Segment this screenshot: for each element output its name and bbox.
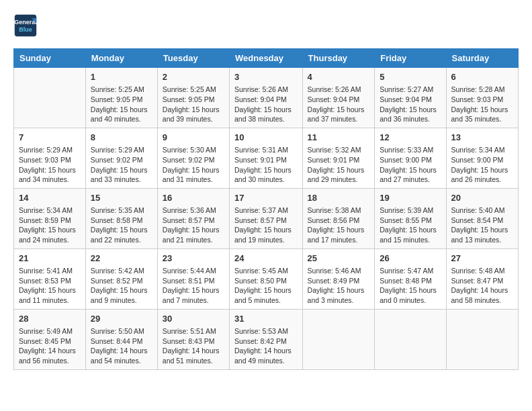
day-number: 2 xyxy=(163,71,224,83)
day-info-line: Daylight: 14 hours xyxy=(234,346,298,356)
day-info-line: Sunrise: 5:42 AM xyxy=(91,266,152,276)
day-cell: 19Sunrise: 5:39 AMSunset: 8:55 PMDayligh… xyxy=(375,188,446,248)
day-info-line: and 29 minutes. xyxy=(308,175,370,185)
day-number: 24 xyxy=(234,253,298,265)
day-info-line: Daylight: 15 hours xyxy=(380,105,441,115)
header-cell-tuesday: Tuesday xyxy=(157,49,229,68)
calendar-header: SundayMondayTuesdayWednesdayThursdayFrid… xyxy=(14,49,519,68)
day-cell: 28Sunrise: 5:49 AMSunset: 8:45 PMDayligh… xyxy=(14,309,86,369)
day-info-line: Sunrise: 5:34 AM xyxy=(451,145,513,155)
day-info-line: Sunset: 9:00 PM xyxy=(380,155,441,165)
day-cell: 26Sunrise: 5:47 AMSunset: 8:48 PMDayligh… xyxy=(375,248,446,309)
day-info-line: and 35 minutes. xyxy=(451,114,513,124)
day-info-line: Sunrise: 5:40 AM xyxy=(451,205,513,216)
day-info-line: Daylight: 14 hours xyxy=(451,285,513,295)
day-cell xyxy=(446,309,518,369)
day-number: 3 xyxy=(234,71,298,83)
day-number: 27 xyxy=(451,253,513,265)
day-info-line: Daylight: 15 hours xyxy=(163,225,224,235)
day-info-line: and 3 minutes. xyxy=(308,295,370,306)
header-row: SundayMondayTuesdayWednesdayThursdayFrid… xyxy=(14,49,519,68)
day-cell: 10Sunrise: 5:31 AMSunset: 9:01 PMDayligh… xyxy=(230,128,303,188)
day-info-line: Daylight: 15 hours xyxy=(234,165,298,175)
day-info-line: Sunset: 9:01 PM xyxy=(234,155,298,165)
day-number: 23 xyxy=(163,253,224,265)
day-info-line: Daylight: 15 hours xyxy=(380,165,441,175)
day-info-line: and 39 minutes. xyxy=(163,114,224,124)
day-number: 26 xyxy=(380,253,441,265)
day-cell: 24Sunrise: 5:45 AMSunset: 8:50 PMDayligh… xyxy=(230,248,303,309)
day-cell: 16Sunrise: 5:36 AMSunset: 8:57 PMDayligh… xyxy=(157,188,229,248)
day-cell: 30Sunrise: 5:51 AMSunset: 8:43 PMDayligh… xyxy=(157,309,229,369)
day-info-line: Sunset: 9:03 PM xyxy=(451,95,513,105)
day-cell: 2Sunrise: 5:25 AMSunset: 9:05 PMDaylight… xyxy=(157,68,229,128)
calendar-body: 1Sunrise: 5:25 AMSunset: 9:05 PMDaylight… xyxy=(14,68,519,370)
day-info-line: and 9 minutes. xyxy=(91,295,152,306)
day-info-line: Sunset: 9:01 PM xyxy=(308,155,370,165)
day-info-line: Sunset: 8:54 PM xyxy=(451,216,513,226)
day-info-line: Sunset: 8:43 PM xyxy=(163,336,224,347)
day-info-line: Sunrise: 5:35 AM xyxy=(91,205,152,216)
day-info-line: and 37 minutes. xyxy=(308,114,370,124)
day-number: 8 xyxy=(91,132,152,144)
day-info-line: Sunrise: 5:49 AM xyxy=(19,326,81,336)
day-info-line: Sunset: 8:48 PM xyxy=(380,276,441,286)
day-info-line: and 31 minutes. xyxy=(163,175,224,185)
day-info-line: and 40 minutes. xyxy=(91,114,152,124)
day-info-line: Sunrise: 5:44 AM xyxy=(163,266,224,276)
day-info-line: Daylight: 15 hours xyxy=(19,165,81,175)
day-number: 18 xyxy=(308,192,370,204)
header-cell-sunday: Sunday xyxy=(14,49,86,68)
day-cell xyxy=(14,68,86,128)
day-info-line: Daylight: 15 hours xyxy=(19,225,81,235)
day-info-line: Daylight: 15 hours xyxy=(308,105,370,115)
header-cell-saturday: Saturday xyxy=(446,49,518,68)
day-info-line: Sunrise: 5:29 AM xyxy=(19,145,81,155)
day-cell: 3Sunrise: 5:26 AMSunset: 9:04 PMDaylight… xyxy=(230,68,303,128)
day-cell xyxy=(302,309,375,369)
header-cell-wednesday: Wednesday xyxy=(230,49,303,68)
day-info-line: and 49 minutes. xyxy=(234,356,298,366)
day-number: 12 xyxy=(380,132,441,144)
day-info-line: Daylight: 15 hours xyxy=(234,225,298,235)
day-info-line: Sunrise: 5:45 AM xyxy=(234,266,298,276)
day-info-line: Sunrise: 5:36 AM xyxy=(163,205,224,216)
day-info-line: Sunrise: 5:31 AM xyxy=(234,145,298,155)
day-info-line: Sunset: 8:47 PM xyxy=(451,276,513,286)
day-info-line: Daylight: 15 hours xyxy=(380,225,441,235)
day-number: 14 xyxy=(19,192,81,204)
day-info-line: Daylight: 15 hours xyxy=(451,105,513,115)
day-info-line: Sunset: 8:59 PM xyxy=(19,216,81,226)
day-info-line: and 7 minutes. xyxy=(163,295,224,306)
calendar-table: SundayMondayTuesdayWednesdayThursdayFrid… xyxy=(13,48,519,370)
week-row-4: 21Sunrise: 5:41 AMSunset: 8:53 PMDayligh… xyxy=(14,248,519,309)
day-info-line: and 34 minutes. xyxy=(19,175,81,185)
day-info-line: Sunset: 9:04 PM xyxy=(234,95,298,105)
day-info-line: and 22 minutes. xyxy=(91,235,152,245)
day-info-line: and 58 minutes. xyxy=(451,295,513,306)
week-row-1: 1Sunrise: 5:25 AMSunset: 9:05 PMDaylight… xyxy=(14,68,519,128)
day-cell: 5Sunrise: 5:27 AMSunset: 9:04 PMDaylight… xyxy=(375,68,446,128)
day-info-line: Sunrise: 5:25 AM xyxy=(91,85,152,95)
day-info-line: Sunset: 8:45 PM xyxy=(19,336,81,347)
day-info-line: and 51 minutes. xyxy=(163,356,224,366)
header-cell-monday: Monday xyxy=(85,49,157,68)
day-info-line: Daylight: 15 hours xyxy=(308,225,370,235)
day-info-line: and 26 minutes. xyxy=(451,175,513,185)
day-info-line: Sunset: 9:00 PM xyxy=(451,155,513,165)
logo-icon: General Blue xyxy=(13,13,38,38)
day-info-line: Sunrise: 5:30 AM xyxy=(163,145,224,155)
day-number: 17 xyxy=(234,192,298,204)
day-info-line: Daylight: 15 hours xyxy=(308,165,370,175)
day-info-line: Daylight: 15 hours xyxy=(91,285,152,295)
logo: General Blue xyxy=(13,13,40,38)
day-info-line: Sunset: 9:04 PM xyxy=(308,95,370,105)
day-info-line: Sunset: 8:53 PM xyxy=(19,276,81,286)
day-info-line: Sunrise: 5:26 AM xyxy=(308,85,370,95)
day-number: 20 xyxy=(451,192,513,204)
header-cell-friday: Friday xyxy=(375,49,446,68)
day-info-line: Daylight: 15 hours xyxy=(19,285,81,295)
day-info-line: and 0 minutes. xyxy=(380,295,441,306)
day-number: 22 xyxy=(91,253,152,265)
day-cell: 18Sunrise: 5:38 AMSunset: 8:56 PMDayligh… xyxy=(302,188,375,248)
